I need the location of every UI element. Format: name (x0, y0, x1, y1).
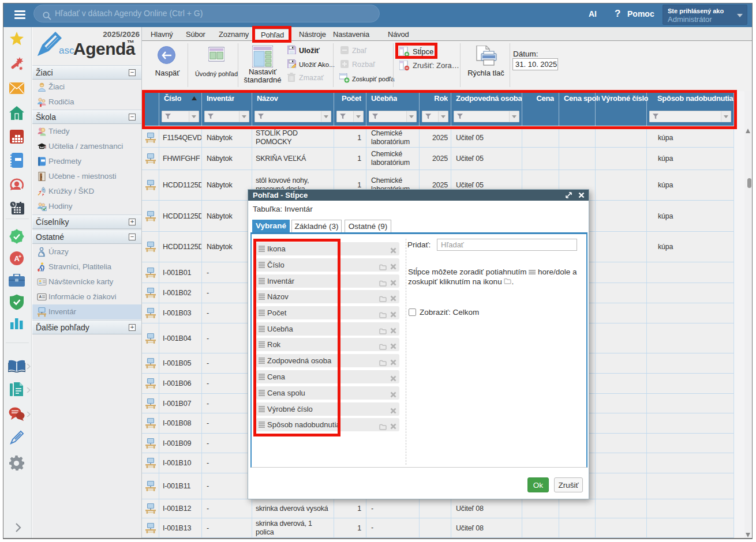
svg-text:+: + (18, 254, 21, 259)
svg-text:A: A (39, 295, 42, 299)
